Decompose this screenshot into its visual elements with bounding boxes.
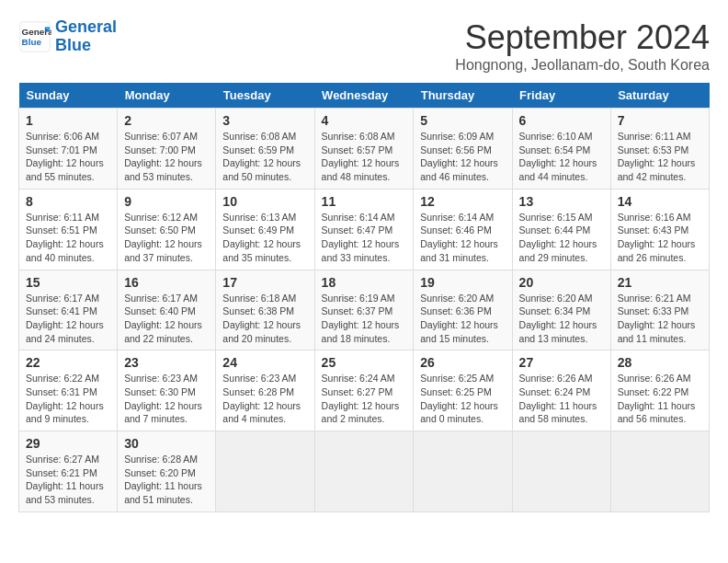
cell-info: Sunrise: 6:19 AMSunset: 6:37 PMDaylight:… <box>322 293 400 344</box>
day-number: 23 <box>124 355 209 370</box>
calendar-cell <box>314 431 414 512</box>
calendar-cell: 12 Sunrise: 6:14 AMSunset: 6:46 PMDaylig… <box>414 189 512 270</box>
day-number: 8 <box>26 194 110 209</box>
weekday-header-saturday: Saturday <box>610 83 709 109</box>
cell-info: Sunrise: 6:09 AMSunset: 6:56 PMDaylight:… <box>420 131 498 182</box>
day-number: 14 <box>618 194 702 209</box>
day-number: 1 <box>26 113 110 128</box>
calendar-cell: 27 Sunrise: 6:26 AMSunset: 6:24 PMDaylig… <box>512 350 610 431</box>
weekday-header-wednesday: Wednesday <box>314 83 414 109</box>
page-header: General Blue General Blue September 2024… <box>18 18 710 74</box>
calendar-cell: 1 Sunrise: 6:06 AMSunset: 7:01 PMDayligh… <box>19 109 118 190</box>
day-number: 19 <box>420 275 505 290</box>
logo-blue: Blue <box>55 36 91 54</box>
day-number: 21 <box>618 275 702 290</box>
day-number: 30 <box>124 436 209 451</box>
day-number: 22 <box>26 355 110 370</box>
calendar-cell: 28 Sunrise: 6:26 AMSunset: 6:22 PMDaylig… <box>610 350 709 431</box>
day-number: 5 <box>420 113 505 128</box>
cell-info: Sunrise: 6:10 AMSunset: 6:54 PMDaylight:… <box>519 131 597 182</box>
calendar-cell: 15 Sunrise: 6:17 AMSunset: 6:41 PMDaylig… <box>19 270 118 350</box>
cell-info: Sunrise: 6:26 AMSunset: 6:22 PMDaylight:… <box>618 373 696 424</box>
day-number: 18 <box>322 275 407 290</box>
cell-info: Sunrise: 6:26 AMSunset: 6:24 PMDaylight:… <box>519 373 597 424</box>
cell-info: Sunrise: 6:14 AMSunset: 6:46 PMDaylight:… <box>420 212 498 263</box>
day-number: 7 <box>618 113 702 128</box>
cell-info: Sunrise: 6:08 AMSunset: 6:59 PMDaylight:… <box>222 131 301 182</box>
calendar-cell: 23 Sunrise: 6:23 AMSunset: 6:30 PMDaylig… <box>118 350 216 431</box>
calendar-cell <box>610 431 709 512</box>
calendar-week-4: 22 Sunrise: 6:22 AMSunset: 6:31 PMDaylig… <box>19 350 710 431</box>
calendar-week-2: 8 Sunrise: 6:11 AMSunset: 6:51 PMDayligh… <box>19 189 710 270</box>
calendar-week-3: 15 Sunrise: 6:17 AMSunset: 6:41 PMDaylig… <box>19 270 710 350</box>
logo: General Blue General Blue <box>18 18 117 55</box>
calendar-cell: 7 Sunrise: 6:11 AMSunset: 6:53 PMDayligh… <box>610 109 709 190</box>
calendar-cell: 9 Sunrise: 6:12 AMSunset: 6:50 PMDayligh… <box>118 189 216 270</box>
weekday-header-monday: Monday <box>118 83 216 109</box>
cell-info: Sunrise: 6:12 AMSunset: 6:50 PMDaylight:… <box>124 212 202 263</box>
day-number: 29 <box>26 436 110 451</box>
day-number: 20 <box>519 275 604 290</box>
day-number: 9 <box>124 194 209 209</box>
calendar-cell: 22 Sunrise: 6:22 AMSunset: 6:31 PMDaylig… <box>19 350 118 431</box>
cell-info: Sunrise: 6:17 AMSunset: 6:40 PMDaylight:… <box>124 293 202 344</box>
calendar-cell: 21 Sunrise: 6:21 AMSunset: 6:33 PMDaylig… <box>610 270 709 350</box>
day-number: 3 <box>222 113 307 128</box>
cell-info: Sunrise: 6:08 AMSunset: 6:57 PMDaylight:… <box>322 131 400 182</box>
logo-icon: General Blue <box>18 20 51 53</box>
day-number: 28 <box>618 355 702 370</box>
calendar-table: SundayMondayTuesdayWednesdayThursdayFrid… <box>18 83 710 512</box>
calendar-cell: 16 Sunrise: 6:17 AMSunset: 6:40 PMDaylig… <box>118 270 216 350</box>
weekday-header-friday: Friday <box>512 83 610 109</box>
calendar-cell: 20 Sunrise: 6:20 AMSunset: 6:34 PMDaylig… <box>512 270 610 350</box>
cell-info: Sunrise: 6:28 AMSunset: 6:20 PMDaylight:… <box>124 454 202 505</box>
calendar-cell: 2 Sunrise: 6:07 AMSunset: 7:00 PMDayligh… <box>118 109 216 190</box>
cell-info: Sunrise: 6:24 AMSunset: 6:27 PMDaylight:… <box>322 373 400 424</box>
month-title: September 2024 <box>455 18 710 57</box>
day-number: 11 <box>322 194 407 209</box>
day-number: 4 <box>322 113 407 128</box>
weekday-header-tuesday: Tuesday <box>216 83 314 109</box>
day-number: 16 <box>124 275 209 290</box>
day-number: 26 <box>420 355 505 370</box>
cell-info: Sunrise: 6:13 AMSunset: 6:49 PMDaylight:… <box>222 212 301 263</box>
cell-info: Sunrise: 6:06 AMSunset: 7:01 PMDaylight:… <box>26 131 104 182</box>
day-number: 2 <box>124 113 209 128</box>
weekday-header-row: SundayMondayTuesdayWednesdayThursdayFrid… <box>19 83 710 109</box>
calendar-cell <box>216 431 314 512</box>
logo-general: General <box>55 17 117 36</box>
day-number: 24 <box>222 355 307 370</box>
title-block: September 2024 Hongnong, Jeollanam-do, S… <box>455 18 710 74</box>
calendar-cell: 24 Sunrise: 6:23 AMSunset: 6:28 PMDaylig… <box>216 350 314 431</box>
calendar-cell: 3 Sunrise: 6:08 AMSunset: 6:59 PMDayligh… <box>216 109 314 190</box>
calendar-cell: 5 Sunrise: 6:09 AMSunset: 6:56 PMDayligh… <box>414 109 512 190</box>
calendar-cell: 6 Sunrise: 6:10 AMSunset: 6:54 PMDayligh… <box>512 109 610 190</box>
cell-info: Sunrise: 6:23 AMSunset: 6:30 PMDaylight:… <box>124 373 202 424</box>
calendar-cell: 8 Sunrise: 6:11 AMSunset: 6:51 PMDayligh… <box>19 189 118 270</box>
day-number: 15 <box>26 275 110 290</box>
calendar-cell: 25 Sunrise: 6:24 AMSunset: 6:27 PMDaylig… <box>314 350 414 431</box>
cell-info: Sunrise: 6:27 AMSunset: 6:21 PMDaylight:… <box>26 454 104 505</box>
day-number: 27 <box>519 355 604 370</box>
weekday-header-thursday: Thursday <box>414 83 512 109</box>
cell-info: Sunrise: 6:14 AMSunset: 6:47 PMDaylight:… <box>322 212 400 263</box>
svg-text:Blue: Blue <box>22 37 42 47</box>
day-number: 17 <box>222 275 307 290</box>
calendar-cell: 26 Sunrise: 6:25 AMSunset: 6:25 PMDaylig… <box>414 350 512 431</box>
cell-info: Sunrise: 6:07 AMSunset: 7:00 PMDaylight:… <box>124 131 202 182</box>
calendar-week-5: 29 Sunrise: 6:27 AMSunset: 6:21 PMDaylig… <box>19 431 710 512</box>
cell-info: Sunrise: 6:11 AMSunset: 6:53 PMDaylight:… <box>618 131 696 182</box>
calendar-cell: 13 Sunrise: 6:15 AMSunset: 6:44 PMDaylig… <box>512 189 610 270</box>
day-number: 13 <box>519 194 604 209</box>
calendar-cell: 29 Sunrise: 6:27 AMSunset: 6:21 PMDaylig… <box>19 431 118 512</box>
calendar-cell <box>414 431 512 512</box>
cell-info: Sunrise: 6:25 AMSunset: 6:25 PMDaylight:… <box>420 373 498 424</box>
cell-info: Sunrise: 6:16 AMSunset: 6:43 PMDaylight:… <box>618 212 696 263</box>
cell-info: Sunrise: 6:11 AMSunset: 6:51 PMDaylight:… <box>26 212 104 263</box>
cell-info: Sunrise: 6:17 AMSunset: 6:41 PMDaylight:… <box>26 293 104 344</box>
calendar-cell: 10 Sunrise: 6:13 AMSunset: 6:49 PMDaylig… <box>216 189 314 270</box>
calendar-cell: 30 Sunrise: 6:28 AMSunset: 6:20 PMDaylig… <box>118 431 216 512</box>
calendar-cell: 17 Sunrise: 6:18 AMSunset: 6:38 PMDaylig… <box>216 270 314 350</box>
day-number: 12 <box>420 194 505 209</box>
cell-info: Sunrise: 6:20 AMSunset: 6:36 PMDaylight:… <box>420 293 498 344</box>
